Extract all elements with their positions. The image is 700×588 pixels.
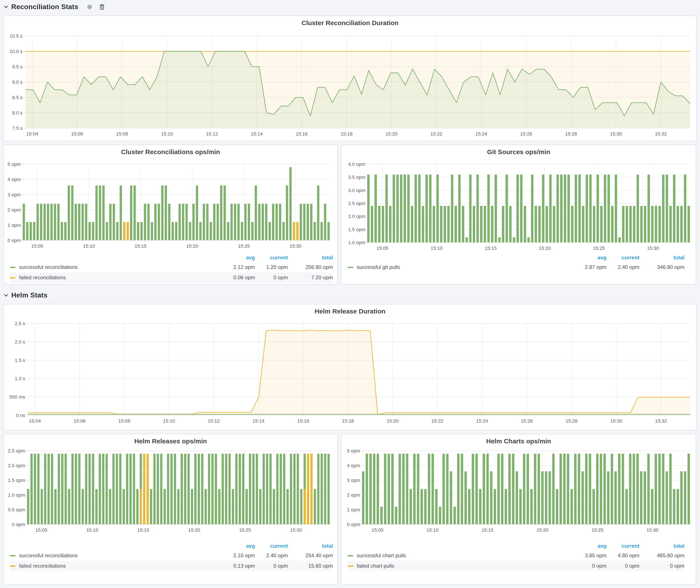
- legend-label[interactable]: successful git pulls: [357, 264, 568, 270]
- bar-success: [248, 204, 250, 240]
- bar-success: [54, 489, 56, 524]
- svg-text:15:18: 15:18: [341, 131, 353, 137]
- bar-success: [314, 222, 316, 240]
- helm-releases-ops-chart[interactable]: 2.5 opm2.0 opm1.5 opm1.0 opm0.5 opm0 opm…: [4, 447, 337, 541]
- bar-success: [82, 204, 84, 240]
- section-header-helm-stats[interactable]: Helm Stats: [3, 289, 47, 301]
- plot-area: [28, 330, 690, 415]
- legend-value-total: 346.80 opm: [639, 264, 684, 270]
- bar-success: [377, 454, 379, 524]
- legend-value-total: 254.40 opm: [288, 552, 333, 559]
- svg-text:2 opm: 2 opm: [347, 492, 360, 498]
- bar-failed: [296, 222, 299, 240]
- svg-text:1.5 s: 1.5 s: [15, 358, 25, 363]
- legend-header-current[interactable]: current: [255, 543, 288, 549]
- bar-success: [41, 489, 43, 524]
- svg-text:15:32: 15:32: [655, 418, 667, 424]
- bar-success: [429, 174, 431, 242]
- legend-value-current: 2.40 opm: [606, 264, 639, 270]
- bar-success: [187, 454, 190, 524]
- plot-area: [23, 167, 330, 240]
- svg-text:15:22: 15:22: [430, 131, 442, 137]
- cluster-reconciliations-ops-chart[interactable]: 5 opm4 opm3 opm2 opm1 opm0 opm15:0515:10…: [4, 158, 337, 252]
- bar-success: [153, 454, 155, 524]
- trash-icon[interactable]: [99, 3, 105, 10]
- git-sources-ops-chart[interactable]: 4.0 opm3.5 opm3.0 opm2.5 opm2.0 opm1.5 o…: [342, 158, 696, 252]
- bar-success: [473, 206, 475, 242]
- bar-success: [468, 489, 470, 524]
- legend-header-total[interactable]: total: [639, 255, 684, 261]
- legend-header-total[interactable]: total: [639, 543, 684, 549]
- bar-success: [30, 222, 32, 240]
- bar-success: [179, 204, 181, 240]
- svg-text:1.0 opm: 1.0 opm: [8, 492, 25, 498]
- svg-text:15:15: 15:15: [137, 527, 149, 533]
- gear-icon[interactable]: [86, 3, 93, 10]
- legend-label[interactable]: failed reconciliations: [19, 563, 217, 569]
- legend-label[interactable]: failed chart pulls: [357, 563, 568, 569]
- bar-success: [123, 489, 125, 524]
- legend-value-avg: 2.12 opm: [217, 264, 255, 270]
- legend-header-current[interactable]: current: [606, 543, 639, 549]
- helm-release-duration-chart[interactable]: 2.5 s2.0 s1.5 s1.0 s500 ms0 ns15:0415:06…: [4, 317, 696, 431]
- bar-success: [158, 204, 160, 240]
- svg-text:10.5 s: 10.5 s: [10, 33, 23, 39]
- legend-label[interactable]: successful reconciliations: [19, 264, 217, 270]
- bar-success: [367, 174, 369, 242]
- bar-success: [592, 489, 595, 524]
- bar-success: [658, 206, 661, 242]
- bar-success: [95, 186, 98, 240]
- legend-header-current[interactable]: current: [255, 255, 288, 261]
- legend-label[interactable]: successful chart pulls: [357, 552, 568, 559]
- legend-label[interactable]: failed reconciliations: [19, 275, 217, 281]
- legend-header-total[interactable]: total: [288, 543, 333, 549]
- legend-value-current: 0 opm: [255, 563, 288, 569]
- bar-success: [418, 174, 421, 242]
- bar-success: [154, 204, 157, 240]
- bar-success: [78, 454, 80, 524]
- bar-success: [680, 471, 683, 524]
- svg-text:15:20: 15:20: [387, 418, 398, 424]
- bar-success: [23, 204, 25, 240]
- legend-label[interactable]: successful reconciliations: [19, 552, 217, 559]
- bar-success: [109, 489, 111, 524]
- bar-success: [440, 206, 442, 242]
- svg-text:5 opm: 5 opm: [347, 448, 360, 454]
- legend-header-avg[interactable]: avg: [568, 543, 606, 549]
- legend: avgcurrenttotalsuccessful git pulls2.87 …: [342, 252, 696, 272]
- legend-header-avg[interactable]: avg: [568, 255, 606, 261]
- legend-header-total[interactable]: total: [288, 255, 333, 261]
- bar-success: [388, 454, 390, 524]
- bar-success: [293, 454, 295, 524]
- bar-success: [199, 222, 202, 240]
- legend-value-avg: 0.06 opm: [217, 275, 255, 281]
- svg-text:500 ms: 500 ms: [10, 394, 25, 400]
- svg-text:2.0 opm: 2.0 opm: [348, 214, 366, 219]
- bar-success: [501, 454, 503, 524]
- legend-header-avg[interactable]: avg: [217, 543, 255, 549]
- bar-success: [234, 204, 236, 240]
- helm-charts-ops-chart[interactable]: 5 opm4 opm3 opm2 opm1 opm0 opm15:0515:10…: [342, 447, 696, 541]
- legend-header-avg[interactable]: avg: [217, 255, 255, 261]
- svg-text:4 opm: 4 opm: [347, 463, 360, 468]
- bar-success: [644, 206, 646, 242]
- bar-success: [556, 489, 558, 524]
- bar-success: [37, 204, 39, 240]
- bar-success: [303, 204, 306, 240]
- bar-success: [215, 454, 217, 524]
- cluster-reconciliation-duration-chart[interactable]: 10.5 s10.0 s9.5 s9.0 s8.5 s8.0 s7.5 s15:…: [4, 29, 696, 142]
- svg-text:15:14: 15:14: [251, 131, 263, 137]
- bar-failed: [307, 454, 309, 524]
- chevron-down-icon: [3, 4, 9, 10]
- svg-text:3 opm: 3 opm: [8, 192, 21, 197]
- bar-success: [633, 454, 635, 524]
- legend-row: successful reconciliations2.12 opm1.20 o…: [10, 262, 333, 272]
- legend-header-current[interactable]: current: [606, 255, 639, 261]
- bar-success: [497, 454, 500, 524]
- bar-success: [611, 454, 613, 524]
- bar-success: [564, 174, 566, 242]
- svg-text:15:30: 15:30: [610, 418, 622, 424]
- svg-text:15:08: 15:08: [116, 131, 128, 137]
- section-header-reconciliation-stats[interactable]: Reconciliation Stats: [3, 1, 105, 13]
- bar-success: [40, 204, 42, 240]
